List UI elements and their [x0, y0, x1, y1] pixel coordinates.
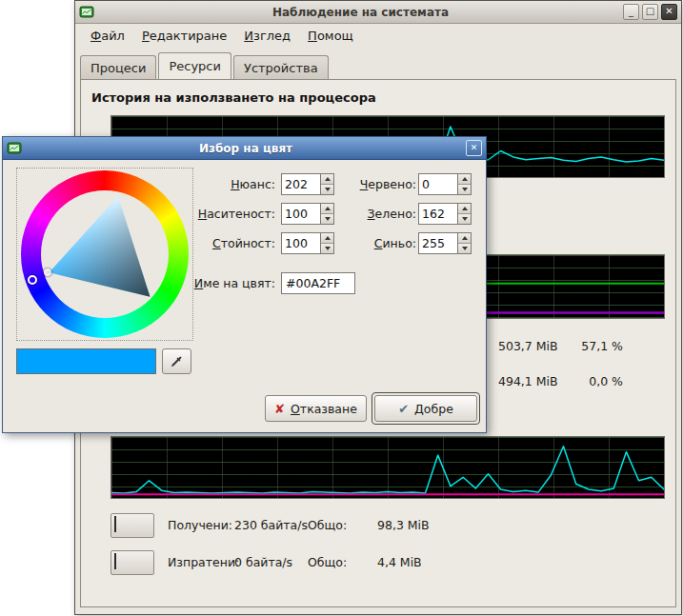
green-label: Зелено: [317, 203, 416, 225]
tab-devices[interactable]: Устройства [233, 55, 329, 79]
color-name-label: Име на цвят: [136, 272, 275, 294]
blue-label: Синьо: [317, 232, 416, 254]
default-button-frame: ✔ Добре [372, 392, 480, 425]
dialog-app-icon [7, 141, 22, 156]
ok-button[interactable]: ✔ Добре [374, 395, 477, 422]
network-sent-row: Изпратени: 0 байта/s Общо: 4,4 MiB [110, 549, 422, 575]
minimize-icon[interactable]: _ [623, 4, 639, 20]
received-color-button[interactable] [110, 513, 154, 538]
color-preview [16, 348, 156, 374]
red-input[interactable] [419, 174, 457, 194]
swap-percent: 0,0 % [589, 374, 623, 389]
color-name-input[interactable] [281, 272, 355, 294]
network-history-chart [110, 436, 665, 499]
green-spin-down-button[interactable] [458, 213, 471, 224]
saturation-input[interactable] [282, 204, 320, 224]
red-spinner [418, 173, 472, 195]
value-label: Стойност: [136, 232, 275, 254]
network-received-row: Получени: 230 байта/s Общо: 98,3 MiB [110, 512, 430, 538]
cancel-button[interactable]: ✘ Отказване [265, 395, 367, 422]
cancel-icon: ✘ [274, 402, 285, 416]
green-spin-up-button[interactable] [458, 204, 471, 213]
dialog-titlebar[interactable]: Избор на цвят ✕ [3, 137, 486, 160]
screen: Наблюдение на системата _ □ ✕ Файл Редак… [0, 0, 683, 616]
memory-total: 503,7 MiB [498, 339, 558, 354]
cpu-section-title: История на използването на процесора [91, 90, 376, 105]
dialog-close-icon[interactable]: ✕ [466, 140, 482, 156]
red-spin-up-button[interactable] [458, 174, 471, 184]
sv-marker[interactable] [44, 268, 51, 276]
menu-edit[interactable]: Редактиране [133, 25, 235, 48]
ok-icon: ✔ [398, 402, 409, 416]
memory-stat-row: 503,7 MiB 57,1 % [498, 339, 623, 354]
menu-help[interactable]: Помощ [299, 25, 362, 48]
received-rate: 230 байта/s [234, 518, 308, 532]
main-titlebar[interactable]: Наблюдение на системата _ □ ✕ [75, 1, 681, 24]
tab-bar: Процеси Ресурси Устройства [80, 53, 331, 79]
sent-color-swatch [114, 553, 116, 569]
menubar: Файл Редактиране Изглед Помощ [76, 25, 680, 48]
hue-input[interactable] [282, 174, 320, 194]
hue-marker[interactable] [28, 275, 37, 285]
green-input[interactable] [419, 204, 457, 224]
eyedropper-button[interactable] [162, 348, 191, 374]
hue-label: Нюанс: [136, 173, 275, 195]
blue-input[interactable] [419, 233, 457, 253]
received-total: 98,3 MiB [377, 518, 430, 532]
app-icon [79, 5, 94, 20]
close-icon[interactable]: ✕ [661, 4, 677, 20]
sent-rate: 0 байта/s [234, 555, 308, 569]
window-title: Наблюдение на системата [98, 6, 623, 19]
value-input[interactable] [282, 233, 320, 253]
memory-percent: 57,1 % [581, 339, 623, 354]
received-label: Получени: [168, 518, 234, 532]
blue-spin-up-button[interactable] [458, 233, 471, 243]
sent-label: Изпратени: [168, 555, 234, 569]
sent-total-label: Общо: [308, 555, 377, 569]
saturation-label: Наситеност: [136, 203, 275, 225]
swap-total: 494,1 MiB [498, 374, 558, 389]
menu-view[interactable]: Изглед [235, 25, 299, 48]
sent-total: 4,4 MiB [377, 555, 422, 569]
received-total-label: Общо: [308, 518, 377, 532]
red-spin-down-button[interactable] [458, 184, 471, 194]
swap-stat-row: 494,1 MiB 0,0 % [498, 374, 623, 389]
tab-resources[interactable]: Ресурси [158, 52, 231, 79]
dialog-title: Избор на цвят [26, 142, 466, 155]
color-picker-dialog: Избор на цвят ✕ Нюанс: Наситеност: [2, 136, 487, 433]
blue-spin-down-button[interactable] [458, 243, 471, 253]
red-label: Червено: [317, 173, 416, 195]
eyedropper-icon [170, 354, 184, 368]
blue-spinner [418, 232, 472, 254]
received-color-swatch [114, 516, 116, 532]
tab-processes[interactable]: Процеси [80, 55, 156, 79]
green-spinner [418, 203, 472, 225]
sent-color-button[interactable] [110, 550, 154, 575]
maximize-icon[interactable]: □ [642, 4, 658, 20]
menu-file[interactable]: Файл [82, 25, 133, 48]
